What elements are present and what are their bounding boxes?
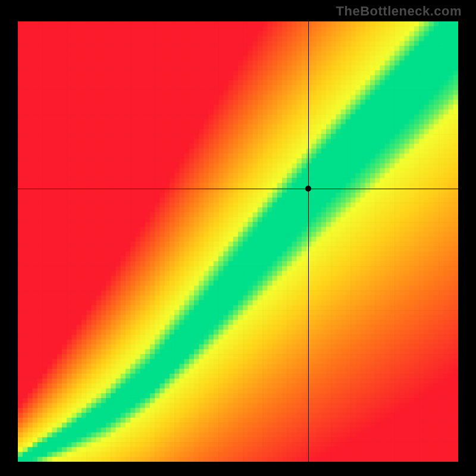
heatmap-canvas: [18, 21, 458, 462]
watermark-text: TheBottleneck.com: [336, 4, 462, 19]
crosshair-horizontal: [18, 189, 458, 189]
crosshair-vertical: [308, 21, 309, 462]
heatmap-plot: [18, 21, 458, 462]
chart-frame: TheBottleneck.com: [0, 0, 476, 476]
marker-dot: [305, 186, 311, 192]
